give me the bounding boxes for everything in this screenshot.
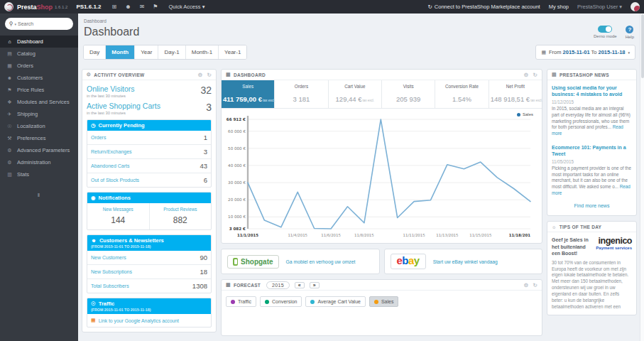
prestashop-logo[interactable] — [4, 2, 13, 11]
sidebar-item-dashboard[interactable]: ⌂Dashboard — [0, 36, 78, 48]
gear-icon[interactable]: ⚙ — [523, 72, 528, 78]
stat-label[interactable]: Online Visitors — [87, 85, 135, 93]
ingenico-brand: ingenico — [596, 237, 632, 246]
svg-text:40 000 €: 40 000 € — [228, 163, 246, 168]
ebay-logo: ebay — [391, 254, 426, 270]
sidebar-item-orders[interactable]: ▦Orders — [0, 60, 78, 72]
legend-conversion-button[interactable]: Conversion — [260, 296, 302, 307]
new-subscriptions-row[interactable]: New Subscriptions18 — [87, 264, 211, 278]
collapse-sidebar-icon[interactable]: ‖ — [0, 192, 78, 198]
ebay-banner[interactable]: ebay Start uw eBay winkel vandaag — [384, 249, 543, 274]
kpi-tab-visits[interactable]: Visits205 939 — [382, 80, 435, 108]
filter-year-1-button[interactable]: Year-1 — [219, 45, 246, 59]
pin-icon[interactable]: ⚑ — [153, 4, 158, 10]
section-title: Customers & Newsletters — [99, 237, 164, 244]
ingenico-logo: ingenico Payment services — [596, 237, 632, 250]
sidebar-item-modules-and-services[interactable]: ❖Modules and Services — [0, 96, 78, 108]
forecast-year: 2015 — [266, 281, 290, 289]
sidebar-item-price-rules[interactable]: ⚑Price Rules — [0, 84, 78, 96]
customer-icon[interactable]: ☻ — [125, 4, 131, 10]
stat-value: 3 — [206, 102, 212, 113]
dashboard-icon: ▦ — [226, 72, 231, 77]
new-messages-cell[interactable]: New Messages144 — [87, 203, 149, 229]
chart-legend[interactable]: Sales — [517, 112, 533, 117]
main-content: Dashboard Dashboard Demo mode ? Help Day… — [78, 13, 640, 341]
toggle-switch[interactable] — [598, 26, 612, 33]
scrollbar[interactable] — [640, 13, 644, 341]
out-of-stock-row[interactable]: Out of Stock Products6 — [87, 173, 211, 187]
search-input[interactable] — [18, 21, 58, 26]
legend-dot — [517, 113, 520, 117]
sidebar-item-stats[interactable]: ▥Stats — [0, 168, 78, 180]
kpi-tab-net-profit[interactable]: Net Profit148 918,51 €tax excl. — [489, 80, 542, 108]
pending-orders-row[interactable]: Orders1 — [87, 131, 211, 144]
average-cart-value-dot — [310, 300, 315, 304]
article-title[interactable]: Using social media for your business: 4 … — [552, 85, 632, 97]
svg-text:11/18/201: 11/18/201 — [509, 233, 530, 237]
previous-year-button[interactable]: « — [295, 282, 305, 288]
sidebar-item-advanced-parameters[interactable]: ⚙Advanced Parameters — [0, 144, 78, 156]
legend-sales-button[interactable]: Sales — [369, 296, 399, 307]
find-more-news-link[interactable]: Find more news — [552, 203, 632, 208]
total-subscribers-row[interactable]: Total Subscribers1308 — [87, 278, 211, 293]
sidebar-item-shipping[interactable]: ✈Shipping — [0, 108, 78, 120]
breadcrumb[interactable]: Dashboard — [84, 18, 637, 23]
kpi-tab-sales[interactable]: Sales411 759,00 €tax excl. — [222, 80, 275, 108]
cart-icon[interactable]: ⊞ — [112, 4, 117, 10]
stats-icon: ▥ — [6, 172, 13, 178]
filter-day-1-button[interactable]: Day-1 — [158, 45, 185, 59]
shopgate-link[interactable]: Ga mobiel en verhoog uw omzet — [286, 259, 356, 264]
section-title: Traffic — [99, 301, 115, 307]
gear-icon[interactable]: ⚙ — [523, 282, 528, 288]
help-icon[interactable]: ? — [626, 26, 633, 33]
abandoned-carts-row[interactable]: Abandoned Carts43 — [87, 158, 211, 173]
envelope-icon[interactable]: ✉ — [140, 4, 145, 10]
pending-returns-row[interactable]: Return/Exchanges3 — [87, 144, 211, 158]
refresh-icon[interactable]: ↻ — [207, 72, 212, 78]
help-button[interactable]: ? Help — [626, 26, 634, 39]
caret-down-icon[interactable]: ▾ — [15, 22, 17, 26]
ebay-link[interactable]: Start uw eBay winkel vandaag — [433, 259, 498, 264]
product-reviews-cell[interactable]: Product Reviews882 — [149, 203, 212, 229]
filter-month-button[interactable]: Month — [106, 45, 135, 59]
date-range-button[interactable]: ▦ From 2015-11-01 To 2015-11-18 ▾ — [535, 45, 635, 60]
shop-name-label[interactable]: PS1.6.1.2 — [76, 4, 101, 10]
panel-title: FORECAST — [234, 283, 261, 288]
stat-sub: in the last 30 minutes — [87, 94, 135, 98]
kpi-tab-orders[interactable]: Orders3 181 — [275, 80, 328, 108]
user-menu[interactable]: PrestaShop User ▾ — [577, 4, 622, 10]
shopgate-banner[interactable]: Shopgate Ga mobiel en verhoog uw omzet — [221, 249, 380, 274]
stat-label[interactable]: Active Shopping Carts — [87, 102, 160, 110]
refresh-icon[interactable]: ↻ — [533, 72, 537, 78]
article-excerpt: Picking a payment provider is one of the… — [552, 166, 632, 196]
advanced-parameters-icon: ⚙ — [6, 148, 13, 153]
next-year-button[interactable]: » — [310, 282, 320, 288]
refresh-icon[interactable]: ↻ — [533, 282, 537, 288]
sidebar-item-label: Stats — [17, 171, 29, 178]
scrollbar-thumb[interactable] — [641, 14, 644, 78]
sidebar-item-localization[interactable]: ☉Localization — [0, 120, 78, 132]
svg-text:11/1/2015: 11/1/2015 — [237, 233, 258, 237]
filter-year-button[interactable]: Year — [135, 45, 158, 59]
kpi-tab-cart-value[interactable]: Cart Value129,44 €tax excl. — [329, 80, 382, 108]
kpi-tab-conversion-rate[interactable]: Conversion Rate1.54% — [435, 80, 489, 108]
legend-average-cart-value-button[interactable]: Average Cart Value — [305, 296, 365, 307]
gear-icon[interactable]: ⚙ — [197, 72, 202, 78]
marketplace-link[interactable]: ↻Connect to PrestaShop Marketplace accou… — [428, 4, 540, 10]
sidebar-item-preferences[interactable]: ⚒Preferences — [0, 132, 78, 144]
quick-access-menu[interactable]: Quick Access ▾ — [169, 4, 205, 10]
filter-month-1-button[interactable]: Month-1 — [186, 45, 219, 59]
google-analytics-link[interactable]: ▦Link to your Google Analytics account — [87, 314, 211, 327]
sidebar-item-customers[interactable]: ☻Customers — [0, 72, 78, 84]
sidebar-item-catalog[interactable]: ▤Catalog — [0, 48, 78, 60]
sidebar-item-administration[interactable]: ⚙Administration — [0, 156, 78, 168]
new-customers-row[interactable]: New Customers90 — [87, 251, 211, 264]
legend-traffic-button[interactable]: Traffic — [226, 296, 256, 307]
sidebar-search[interactable]: ⚲ ▾ — [5, 18, 73, 30]
my-shop-link[interactable]: My shop — [549, 4, 569, 10]
date-range-text: From 2015-11-01 To 2015-11-18 — [549, 49, 625, 55]
filter-day-button[interactable]: Day — [84, 45, 106, 59]
user-avatar[interactable] — [631, 2, 640, 11]
demo-mode-toggle[interactable]: Demo mode — [594, 26, 617, 38]
article-title[interactable]: Ecommerce 101: Payments in a Tweet — [552, 144, 632, 157]
